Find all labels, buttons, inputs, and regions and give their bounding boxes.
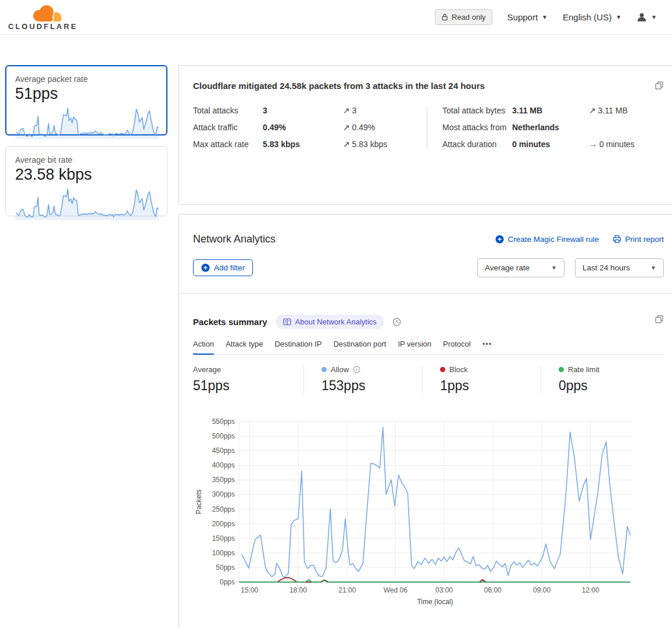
tab-destination-port[interactable]: Destination port [333, 340, 386, 354]
add-filter-button[interactable]: Add filter [193, 259, 253, 276]
stat-value: 3 [263, 106, 343, 115]
time-range-value: Last 24 hours [582, 263, 630, 272]
svg-text:06:00: 06:00 [484, 586, 502, 594]
stat-label: Block [449, 365, 468, 374]
dimension-tabs: Action Attack type Destination IP Destin… [193, 340, 664, 355]
print-report-link[interactable]: Print report [613, 235, 664, 244]
stat-trend: ↗ 5.83 kbps [343, 140, 409, 149]
more-tabs-button[interactable]: ••• [482, 340, 492, 354]
stat-label: Average [193, 365, 221, 374]
info-icon[interactable] [353, 366, 360, 373]
cloudflare-cloud-icon [29, 4, 65, 24]
svg-text:150pps: 150pps [212, 534, 235, 543]
svg-text:Time (local): Time (local) [417, 598, 453, 606]
svg-text:Wed 06: Wed 06 [384, 586, 408, 594]
plus-circle-icon [201, 263, 210, 272]
svg-text:250pps: 250pps [212, 505, 235, 513]
copy-icon[interactable] [655, 81, 664, 90]
metric-select[interactable]: Average rate ▼ [477, 258, 564, 277]
chevron-down-icon: ▼ [551, 265, 557, 271]
legend-stats-row: Average 51pps Allow 153pps [193, 365, 664, 394]
stat-value: 3.11 MB [512, 106, 589, 115]
create-magic-firewall-rule-link[interactable]: Create Magic Firewall rule [495, 235, 599, 244]
attack-stats-right: Total attack bytes 3.11 MB ↗ 3.11 MB Mos… [442, 106, 664, 149]
svg-text:21:00: 21:00 [338, 586, 356, 594]
chevron-down-icon: ▼ [650, 265, 656, 271]
stat-value: 0.49% [263, 123, 343, 132]
logo-wordmark: CLOUDFLARE [8, 22, 78, 31]
chevron-down-icon: ▼ [651, 14, 657, 20]
stat-value: Netherlands [512, 123, 589, 132]
tab-destination-ip[interactable]: Destination IP [274, 340, 321, 354]
attack-stats-left: Total attacks 3 ↗ 3 Attack traffic 0.49%… [193, 106, 409, 149]
stat-rate-limit: Rate limit 0pps [541, 365, 659, 394]
tab-protocol[interactable]: Protocol [443, 340, 471, 354]
tab-ip-version[interactable]: IP version [398, 340, 431, 354]
print-report-label: Print report [625, 235, 664, 244]
read-only-label: Read only [452, 13, 486, 22]
about-network-analytics-pill[interactable]: About Network Analytics [276, 315, 384, 329]
support-menu[interactable]: Support ▼ [507, 12, 548, 22]
divider [427, 106, 427, 149]
stat-value: 0 minutes [512, 140, 589, 149]
svg-text:0pps: 0pps [220, 578, 235, 586]
stat-label: Max attack rate [193, 140, 263, 149]
stat-allow: Allow 153pps [303, 365, 422, 394]
language-menu[interactable]: English (US) ▼ [563, 12, 621, 22]
svg-text:03:00: 03:00 [435, 586, 453, 594]
copy-icon[interactable] [655, 315, 664, 324]
svg-text:300pps: 300pps [212, 490, 235, 498]
stat-label: Attack traffic [193, 123, 263, 132]
time-range-select[interactable]: Last 24 hours ▼ [575, 258, 664, 277]
packets-time-series-chart: 0pps50pps100pps150pps200pps250pps300pps3… [193, 417, 646, 606]
card-value: 23.58 kbps [15, 166, 158, 184]
svg-text:15:00: 15:00 [241, 586, 258, 594]
packets-summary-title: Packets summary [193, 317, 267, 327]
book-icon [283, 318, 291, 326]
stat-value: 51pps [193, 378, 298, 394]
support-label: Support [507, 12, 538, 22]
top-header: CLOUDFLARE Read only Support ▼ English (… [0, 0, 672, 35]
card-average-packet-rate[interactable]: Average packet rate 51pps [5, 65, 167, 135]
read-only-badge: Read only [435, 9, 492, 25]
packets-summary-section: Packets summary About Network Analytics [179, 294, 672, 609]
stat-block: Block 1pps [422, 365, 541, 394]
stat-trend [589, 123, 664, 132]
stat-value: 153pps [321, 378, 416, 394]
cloudflare-logo[interactable]: CLOUDFLARE [8, 4, 78, 31]
stat-label: Attack duration [442, 140, 512, 149]
about-pill-label: About Network Analytics [295, 317, 377, 326]
chevron-down-icon: ▼ [542, 14, 548, 20]
svg-text:100pps: 100pps [212, 549, 235, 557]
page-title: Network Analytics [193, 233, 276, 245]
svg-text:18:00: 18:00 [289, 586, 307, 594]
stat-trend: ↗ 3.11 MB [589, 106, 664, 115]
card-value: 51pps [15, 85, 158, 103]
chevron-down-icon: ▼ [616, 14, 621, 20]
svg-text:550pps: 550pps [212, 418, 235, 426]
stat-label: Rate limit [568, 365, 599, 374]
card-average-bit-rate[interactable]: Average bit rate 23.58 kbps [5, 146, 167, 216]
stat-trend: → 0 minutes [589, 140, 664, 149]
tab-attack-type[interactable]: Attack type [226, 340, 263, 354]
svg-text:350pps: 350pps [212, 476, 235, 484]
lock-icon [441, 13, 448, 21]
stat-label: Allow [331, 365, 349, 374]
printer-icon [613, 235, 621, 244]
svg-text:400pps: 400pps [212, 461, 235, 469]
user-icon [637, 12, 647, 23]
stat-trend: ↗ 3 [343, 106, 409, 115]
svg-text:50pps: 50pps [216, 563, 235, 572]
tab-action[interactable]: Action [193, 340, 214, 355]
card-label: Average bit rate [15, 155, 158, 165]
stat-value: 0pps [559, 378, 653, 394]
clock-icon[interactable] [392, 317, 401, 326]
account-menu[interactable]: ▼ [637, 12, 657, 23]
create-rule-label: Create Magic Firewall rule [507, 235, 599, 244]
stat-label: Total attacks [193, 106, 263, 115]
svg-text:500pps: 500pps [212, 432, 235, 440]
metric-cards: Average packet rate 51pps Average bit ra… [5, 65, 167, 227]
attack-summary-title: Cloudflare mitigated 24.58k packets from… [193, 81, 485, 91]
network-analytics-panel: Network Analytics Create Magic Firewall … [178, 214, 672, 628]
legend-dot [559, 367, 564, 372]
